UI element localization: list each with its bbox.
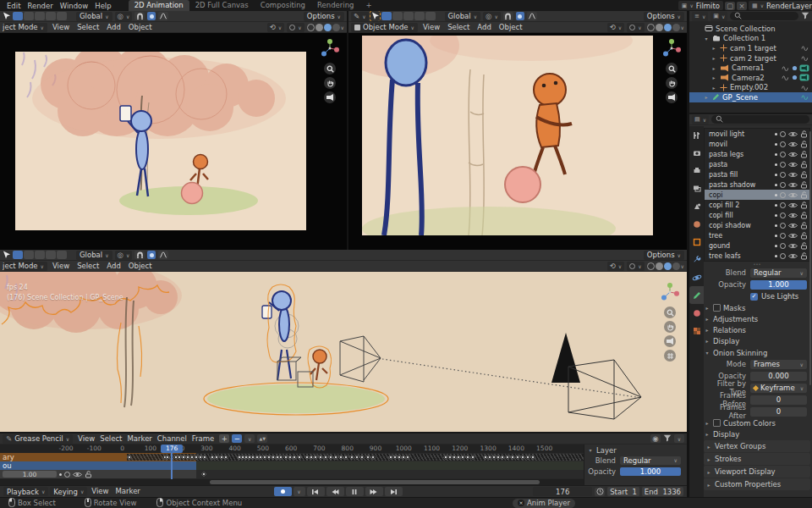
properties-editor-type[interactable]: ▤∨ [692, 115, 709, 124]
lock-icon[interactable] [800, 181, 808, 189]
action-icon[interactable] [801, 45, 809, 51]
new-scene-button[interactable]: ▢ [725, 2, 735, 10]
viewport-menu-add[interactable]: Add [104, 23, 123, 31]
shading-mode-buttons[interactable]: ∨ [647, 262, 684, 270]
dopesheet-filter-icon[interactable] [663, 434, 672, 444]
onion-toggle-icon[interactable] [780, 253, 786, 259]
visibility-eye-icon[interactable] [788, 162, 798, 168]
onion-toggle-icon[interactable] [780, 192, 786, 198]
outliner-display-mode[interactable]: ≡∨ [692, 12, 708, 21]
snap-magnet-icon[interactable] [134, 12, 145, 20]
keying-set-dropdown[interactable]: ∨ [294, 487, 305, 496]
options-dropdown[interactable]: Options∨ [304, 12, 344, 21]
timeline-menu-playback[interactable]: Playback ∨ [3, 487, 48, 496]
visibility-eye-icon[interactable] [788, 213, 798, 218]
panel-relations[interactable]: ▸Relations [704, 324, 810, 335]
viewport-menu-object[interactable]: Object [126, 23, 155, 31]
camera-active-icon[interactable] [799, 64, 809, 72]
proportional-editing-icon[interactable] [147, 251, 156, 259]
onion-skinning-panel-header[interactable]: ▾Onion Skinning [704, 347, 810, 358]
frames-after-field[interactable]: 0 [750, 407, 807, 417]
use-preview-range-icon[interactable] [595, 488, 605, 496]
properties-tab-render[interactable] [689, 144, 704, 162]
dope-opacity-slider[interactable]: 1.000 [620, 467, 681, 476]
frames-before-field[interactable]: 0 [750, 395, 807, 405]
onion-toggle-icon[interactable] [780, 182, 786, 188]
editor-type-dropdown[interactable]: ✎ Grease Pencil∨ [3, 434, 73, 444]
viewport-menu-object[interactable]: Object [497, 23, 525, 31]
gp-layer-movil[interactable]: movil [705, 139, 809, 149]
next-keyframe-button[interactable] [365, 487, 383, 496]
properties-tab-physics[interactable] [689, 268, 704, 286]
lock-icon[interactable] [800, 232, 808, 240]
gp-layer-copi-fill[interactable]: copi fill [705, 210, 809, 220]
gizmo-dropdown[interactable]: ⟲∨ [267, 23, 285, 32]
viewport-divider[interactable] [347, 11, 348, 250]
dope-sheet-tracks[interactable]: ary ou 1.00 [0, 453, 584, 478]
falloff-icon[interactable] [527, 12, 537, 20]
visibility-eye-icon[interactable] [788, 182, 798, 188]
lock-icon[interactable] [800, 151, 808, 158]
outliner-row-scene-collection[interactable]: Scene Collection [689, 24, 812, 34]
action-icon[interactable] [782, 75, 790, 80]
action-icon[interactable] [782, 65, 790, 71]
visibility-eye-icon[interactable] [788, 131, 798, 137]
layer-keys-band[interactable] [196, 470, 584, 478]
gp-layer-copi-shadow[interactable]: copi shadow [705, 220, 809, 230]
properties-tab-object-data[interactable] [689, 286, 704, 304]
orientation-gizmo[interactable] [661, 38, 682, 60]
zoom-icon[interactable] [666, 63, 678, 75]
action-icon[interactable] [801, 85, 809, 91]
keying-dropdown[interactable]: ∨ [244, 434, 255, 443]
transform-orientation-dropdown[interactable]: Global∨ [76, 12, 112, 21]
viewport-top-right[interactable]: ✎∨ Global∨ ◎∨ Options∨ Object Mode∨ View… [348, 11, 687, 250]
only-selected-toggle-icon[interactable]: ◉ [650, 434, 661, 443]
select-tool-icon[interactable] [371, 12, 379, 20]
properties-tab-view-layer[interactable] [689, 179, 704, 197]
outliner-row-cam-2-target[interactable]: ▸ cam 2 target [689, 53, 812, 64]
lock-icon[interactable] [800, 141, 808, 148]
view-layer-selector[interactable]: ▦ ∨RenderLayer [749, 1, 812, 10]
viewport-main[interactable]: Global∨ ◎∨ Options∨ Object Mode∨ ViewSel… [0, 250, 687, 432]
camera-view-icon[interactable] [324, 91, 336, 103]
proportional-editing-icon[interactable] [516, 12, 524, 20]
outliner-row-camera2[interactable]: ▸ Camera2 [689, 73, 812, 83]
stop-player-icon[interactable]: × [518, 500, 524, 506]
constraint-icon[interactable] [792, 65, 798, 71]
visibility-eye-icon[interactable] [788, 172, 798, 178]
visibility-eye-icon[interactable] [788, 192, 798, 198]
timeline-menu-view[interactable]: View [89, 487, 111, 496]
transform-orientation-dropdown[interactable]: Global∨ [76, 251, 112, 260]
panel-masks[interactable]: ▸Masks [704, 302, 810, 313]
mode-dropdown[interactable]: Object Mode∨ [3, 262, 47, 271]
gp-layer-pasta[interactable]: pasta [705, 159, 809, 169]
panel-display[interactable]: ▸Display [704, 335, 810, 346]
panel-custom-colors[interactable]: ▸Custom Colors [704, 417, 810, 428]
falloff-icon[interactable] [158, 12, 168, 20]
visibility-eye-icon[interactable] [788, 202, 798, 208]
workspace-tab-compositing[interactable]: Compositing [255, 0, 311, 11]
dope-sheet-hscrollbar[interactable] [0, 479, 584, 485]
dopesheet-settings-icon[interactable]: ∨ [674, 434, 684, 443]
lock-icon[interactable] [800, 161, 808, 168]
scene-selector[interactable]: ▣ ∨Filmito [678, 1, 723, 10]
lock-icon[interactable] [800, 222, 808, 229]
expand-arrow[interactable]: ▸ [710, 55, 717, 61]
onion-toggle-icon[interactable] [64, 472, 70, 478]
onion-toggle-icon[interactable] [780, 202, 786, 208]
channel-layer-slider-row[interactable]: 1.00 [0, 470, 196, 478]
gp-action-icon[interactable] [801, 94, 809, 100]
outliner-row-camera1[interactable]: ▸ Camera1 [689, 63, 812, 73]
pan-hand-icon[interactable] [664, 321, 676, 333]
shading-mode-buttons[interactable]: ∨ [307, 24, 344, 31]
onion-toggle-icon[interactable] [780, 172, 786, 178]
gp-layer-copi[interactable]: copi [705, 190, 809, 200]
outliner-filter-collection[interactable]: ▣∨ [710, 12, 727, 21]
onion-toggle-icon[interactable] [780, 233, 786, 239]
mode-dropdown[interactable]: Object Mode∨ [3, 23, 47, 32]
outliner-row-cam-1-target[interactable]: ▸ cam 1 target [689, 43, 812, 53]
jump-to-end-button[interactable] [385, 487, 403, 496]
menu-edit[interactable]: Edit [3, 2, 24, 10]
pan-hand-icon[interactable] [324, 77, 336, 89]
snap-magnet-icon[interactable] [503, 12, 513, 20]
